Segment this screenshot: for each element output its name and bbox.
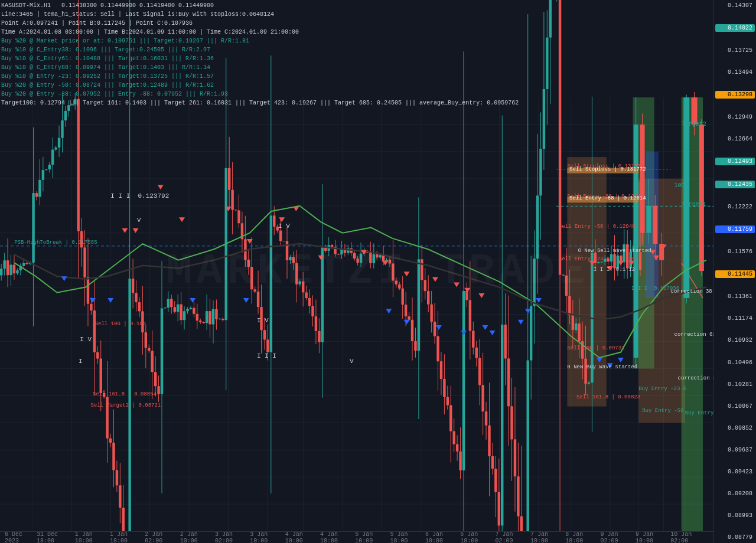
price-15: 0.10932 (715, 337, 755, 344)
price-3: 0.13494 (715, 69, 755, 76)
time-label-18: 9 Jan 10:00 (636, 531, 670, 544)
chart-container: MARKETZI TRADE KASUSDT-Mix.H1 0.11438300… (0, 0, 756, 543)
time-scale: 6 Dec 2023 31 Dec 18:00 1 Jan 10:00 1 Ja… (0, 531, 713, 543)
time-label-9: 4 Jan 18:00 (320, 531, 355, 544)
time-label-4: 2 Jan 02:00 (145, 531, 180, 544)
time-label-10: 5 Jan 10:00 (355, 531, 390, 544)
price-11: 0.11576 (715, 248, 755, 255)
price-14: 0.11174 (715, 315, 755, 322)
time-label-6: 3 Jan 02:00 (215, 531, 250, 544)
price-21: 0.09423 (715, 469, 755, 475)
time-label-11: 5 Jan 18:00 (390, 531, 425, 544)
time-label-19: 10 Jan 02:00 (670, 531, 709, 544)
price-5: 0.12949 (715, 114, 755, 120)
time-label-2: 1 Jan 10:00 (75, 531, 110, 544)
time-label-14: 7 Jan 02:00 (496, 531, 530, 544)
time-label-15: 7 Jan 10:00 (530, 531, 565, 544)
time-label-17: 9 Jan 02:00 (601, 531, 636, 544)
price-0: 0.14307 (715, 2, 755, 9)
price-scale: 0.14307 0.14022 0.13725 0.13494 0.13298 … (713, 0, 756, 543)
price-8: 0.12435 (715, 181, 755, 188)
time-label-5: 2 Jan 10:00 (180, 531, 215, 544)
price-23: 0.08993 (715, 512, 755, 519)
price-20: 0.09637 (715, 447, 755, 453)
price-6: 0.12664 (715, 136, 755, 142)
price-12: 0.11445 (715, 270, 755, 278)
time-label-16: 8 Jan 18:00 (565, 531, 600, 544)
price-19: 0.09852 (715, 425, 755, 431)
price-17: 0.10281 (715, 381, 755, 388)
price-13: 0.11361 (715, 293, 755, 300)
price-4: 0.13298 (715, 91, 755, 99)
price-16: 0.10496 (715, 359, 755, 366)
time-label-13: 6 Jan 18:00 (460, 531, 495, 544)
price-2: 0.13725 (715, 47, 755, 54)
price-22: 0.09208 (715, 490, 755, 497)
time-label-3: 1 Jan 18:00 (110, 531, 145, 544)
time-label-0: 6 Dec 2023 (5, 531, 37, 544)
price-1: 0.14022 (715, 24, 755, 32)
time-label-1: 31 Dec 18:00 (37, 531, 75, 544)
price-7: 0.12493 (715, 158, 755, 165)
price-18: 0.10067 (715, 403, 755, 410)
time-label-12: 6 Jan 10:00 (425, 531, 460, 544)
price-10: 0.11759 (715, 225, 755, 233)
time-label-8: 4 Jan 10:00 (285, 531, 320, 544)
price-24: 0.08779 (715, 534, 755, 541)
chart-canvas (0, 0, 756, 543)
time-label-7: 3 Jan 10:00 (250, 531, 285, 544)
price-9: 0.12222 (715, 204, 755, 210)
